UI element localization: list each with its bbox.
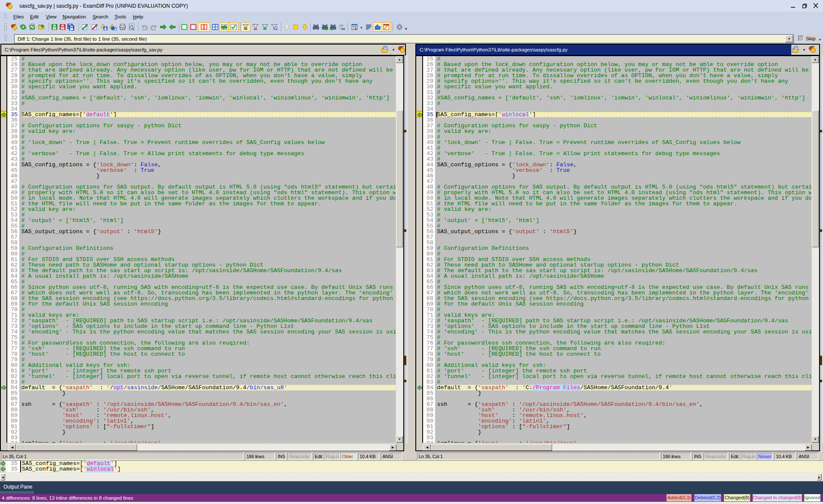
svg-text:AB: AB [341, 27, 345, 30]
svg-text:AB: AB [339, 24, 343, 27]
